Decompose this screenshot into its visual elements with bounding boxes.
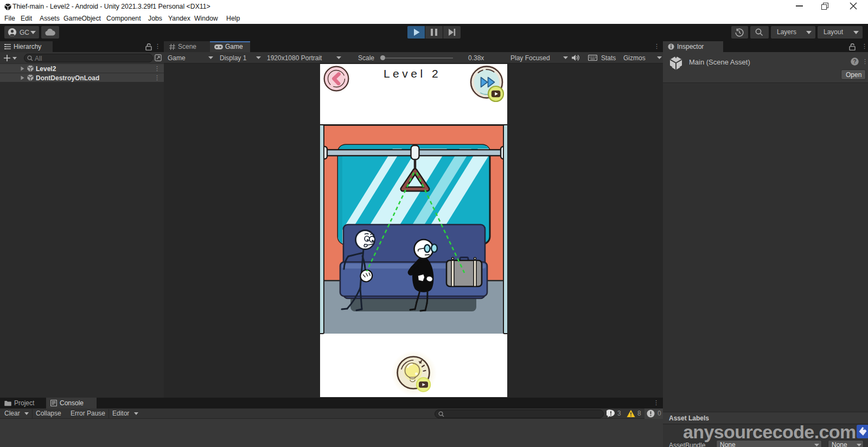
svg-text:Level 2: Level 2 bbox=[384, 67, 441, 80]
svg-text:?: ? bbox=[853, 59, 856, 65]
